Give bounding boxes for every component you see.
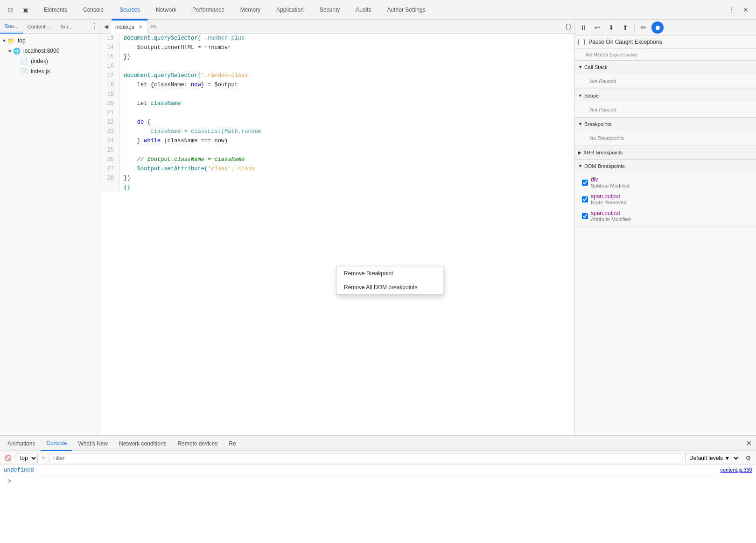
dom-title: DOM Breakpoints xyxy=(584,163,625,169)
editor-format-btn[interactable]: { } xyxy=(563,21,574,32)
sidebar: Sou... Content ... Sni... ⋮ ▼ 📁 top ▼ 🌐 … xyxy=(0,20,100,435)
line-num-14: 14 xyxy=(100,43,120,52)
line-num-22: 22 xyxy=(100,118,120,127)
bp-tag-span2: span.output xyxy=(591,210,620,216)
sidebar-tab-snippets[interactable]: Sni... xyxy=(56,20,77,34)
editor-more-tabs-btn[interactable]: >> xyxy=(148,21,159,32)
console-levels-select[interactable]: Default levels ▼ xyxy=(685,453,740,463)
line-content-14: $output.innerHTML = ++number xyxy=(120,43,574,52)
tab-performance[interactable]: Performance xyxy=(185,0,232,20)
tree-label-top: top xyxy=(18,37,26,44)
editor-tab-close-btn[interactable]: ✕ xyxy=(137,24,144,30)
console-clear-btn[interactable]: 🚫 xyxy=(3,453,13,463)
folder-icon: 📁 xyxy=(7,37,16,44)
console-tab-more[interactable]: Re xyxy=(225,436,239,451)
pause-caught-label: Pause On Caught Exceptions xyxy=(588,39,662,45)
scope-arrow: ▼ xyxy=(578,93,582,98)
console-log-loc[interactable]: content.js:390 xyxy=(721,467,753,473)
tab-sources[interactable]: Sources xyxy=(112,0,147,20)
line-num-27: 27 xyxy=(100,164,120,174)
console-tab-whatsnew[interactable]: What's New xyxy=(72,436,113,451)
step-out-btn[interactable]: ⬆ xyxy=(619,21,631,34)
line-content-16 xyxy=(120,62,574,71)
breakpoints-header[interactable]: ▼ Breakpoints xyxy=(574,118,756,131)
bp-checkbox-span1[interactable] xyxy=(582,196,588,202)
editor-file-tab-name: index.js xyxy=(115,24,134,30)
context-menu-remove-all-dom[interactable]: Remove All DOM breakpoints xyxy=(336,280,443,294)
tree-arrow-localhost: ▼ xyxy=(7,49,13,54)
call-stack-section: ▼ Call Stack Not Paused xyxy=(574,61,756,89)
scope-header[interactable]: ▼ Scope xyxy=(574,89,756,102)
line-num-24: 24 xyxy=(100,136,120,146)
tab-console[interactable]: Console xyxy=(76,0,111,20)
toolbar-sep xyxy=(634,23,635,32)
bp-sub-span2: Attribute Modified xyxy=(591,216,631,222)
console-close-btn[interactable]: ✕ xyxy=(743,438,754,449)
inspect-icon-btn[interactable]: ⊡ xyxy=(4,3,17,16)
pause-exceptions-btn[interactable]: ⏺ xyxy=(651,21,664,34)
tree-item-indexjs[interactable]: 📄 index.js xyxy=(0,66,100,77)
tree-item-top[interactable]: ▼ 📁 top xyxy=(0,35,100,46)
tab-security[interactable]: Security xyxy=(312,0,347,20)
tab-network[interactable]: Network xyxy=(148,0,184,20)
console-tab-console[interactable]: Console xyxy=(41,436,72,451)
tab-author-settings[interactable]: Author Settings xyxy=(380,0,433,20)
code-line-23: 23 className = classList[Math.random xyxy=(100,127,574,136)
device-icon-btn[interactable]: ▣ xyxy=(19,3,32,16)
code-line-13: 13 document.querySelector( .number-plus xyxy=(100,34,574,43)
context-menu: Remove Breakpoint Remove All DOM breakpo… xyxy=(336,266,443,295)
deactivate-btn[interactable]: ✏ xyxy=(637,21,650,34)
bp-checkbox-span2[interactable] xyxy=(582,213,588,219)
console-tab-remote-devices[interactable]: Remote devices xyxy=(172,436,223,451)
server-icon: 🌐 xyxy=(13,48,21,55)
console-context-select[interactable]: top xyxy=(16,453,38,463)
line-content-27: $output.setAttribute('class', class xyxy=(120,164,574,174)
nav-more-btn[interactable]: ⋮ xyxy=(725,3,738,16)
console-settings-btn[interactable]: ⚙ xyxy=(743,453,753,463)
line-num-16: 16 xyxy=(100,62,120,71)
console-tab-network-conditions[interactable]: Network conditions xyxy=(113,436,172,451)
console-tab-animations[interactable]: Animations xyxy=(2,436,41,451)
xhr-breakpoints-header[interactable]: ▶ XHR Breakpoints xyxy=(574,146,756,159)
dom-breakpoints-header[interactable]: ▼ DOM Breakpoints xyxy=(574,160,756,173)
step-into-btn[interactable]: ⬇ xyxy=(605,21,617,34)
tab-memory[interactable]: Memory xyxy=(233,0,268,20)
code-line-14: 14 $output.innerHTML = ++number xyxy=(100,43,574,52)
step-over-btn[interactable]: ↩ xyxy=(591,21,603,34)
line-content-29: {} xyxy=(120,183,574,192)
context-menu-remove-breakpoint[interactable]: Remove Breakpoint xyxy=(336,266,443,280)
tree-item-localhost[interactable]: ▼ 🌐 localhost:8000 xyxy=(0,46,100,56)
tab-audits[interactable]: Audits xyxy=(348,0,378,20)
nav-close-btn[interactable]: ✕ xyxy=(739,3,752,16)
sidebar-tab-content[interactable]: Content ... xyxy=(23,20,56,34)
breakpoints-arrow: ▼ xyxy=(578,122,582,126)
bp-content-span2: span.output Attribute Modified xyxy=(591,210,631,222)
sidebar-more-btn[interactable]: ⋮ xyxy=(89,21,100,32)
line-content-13: document.querySelector( .number-plus xyxy=(120,34,574,43)
call-stack-arrow: ▼ xyxy=(578,65,582,70)
bp-content-div: div Subtree Modified xyxy=(591,176,630,188)
pause-btn[interactable]: ⏸ xyxy=(577,21,589,34)
line-num-28: 28 xyxy=(100,174,120,183)
editor-tab-prev-btn[interactable]: ◀ xyxy=(100,21,112,32)
scope-section: ▼ Scope Not Paused xyxy=(574,89,756,118)
pause-caught-checkbox[interactable] xyxy=(578,39,585,45)
bp-sub-span1: Node Removed xyxy=(591,200,626,205)
line-num-13: 13 xyxy=(100,34,120,43)
line-num-19: 19 xyxy=(100,90,120,99)
console-filter-input[interactable] xyxy=(49,453,682,463)
dom-breakpoints-section: ▼ DOM Breakpoints div Subtree Modified xyxy=(574,160,756,227)
code-editor[interactable]: 13 document.querySelector( .number-plus … xyxy=(100,34,574,435)
console-prompt-input[interactable] xyxy=(14,478,749,484)
xhr-title: XHR Breakpoints xyxy=(583,150,623,155)
bp-checkbox-div[interactable] xyxy=(582,180,588,186)
tree-item-index[interactable]: 📄 (index) xyxy=(0,56,100,66)
pause-exceptions-section: Pause On Caught Exceptions xyxy=(574,35,756,49)
tab-application[interactable]: Application xyxy=(269,0,311,20)
tab-elements[interactable]: Elements xyxy=(36,0,75,20)
editor-area: ◀ index.js ✕ >> { } 13 document.querySel… xyxy=(100,20,574,435)
bp-tag-span1: span.output xyxy=(591,193,620,200)
call-stack-header[interactable]: ▼ Call Stack xyxy=(574,61,756,74)
dom-breakpoints-body: div Subtree Modified span.output Node Re… xyxy=(574,173,756,227)
sidebar-tab-sources[interactable]: Sou... xyxy=(0,20,23,34)
